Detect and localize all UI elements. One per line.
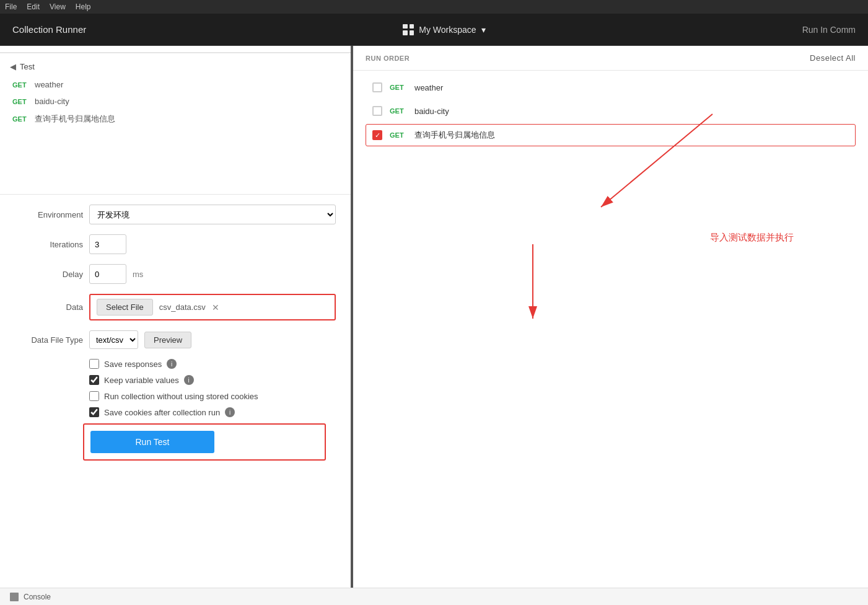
method-badge-2: GET — [12, 115, 30, 123]
config-area: Environment 开发环境 Iterations Delay ms Dat… — [0, 195, 351, 588]
environment-select[interactable]: 开发环境 — [89, 205, 336, 224]
console-icon — [10, 593, 19, 601]
run-order-item-2[interactable]: ✓ GET 查询手机号归属地信息 — [366, 124, 856, 146]
delay-row: Delay ms — [15, 264, 336, 284]
run-item-name-0: weather — [414, 83, 443, 92]
run-order-header: RUN ORDER Deselect All — [353, 46, 868, 71]
environment-label: Environment — [15, 210, 83, 219]
main-layout: ◀ Test GET weather GET baidu-city GET 查询… — [0, 46, 868, 588]
run-without-cookies-label: Run collection without using stored cook… — [104, 392, 258, 401]
collection-name: Test — [20, 62, 35, 71]
menubar: File Edit View Help — [0, 0, 868, 14]
deselect-all-button[interactable]: Deselect All — [810, 53, 856, 63]
run-item-name-2: 查询手机号归属地信息 — [414, 130, 495, 141]
run-item-checkbox-0[interactable] — [372, 82, 382, 92]
delay-input[interactable] — [89, 264, 126, 284]
menu-view[interactable]: View — [50, 2, 66, 11]
workspace-label: My Workspace — [419, 25, 476, 35]
clear-file-icon[interactable]: ✕ — [212, 302, 219, 312]
list-item[interactable]: GET baidu-city — [0, 93, 351, 110]
list-item[interactable]: GET weather — [0, 76, 351, 93]
delay-label: Delay — [15, 270, 83, 279]
item-name-1: baidu-city — [35, 97, 69, 106]
save-cookies-label: Save cookies after collection run — [104, 408, 220, 417]
run-in-comm[interactable]: Run In Comm — [802, 25, 856, 35]
collection-list: ◀ Test GET weather GET baidu-city GET 查询… — [0, 46, 351, 195]
workspace-chevron: ▾ — [481, 25, 486, 35]
keep-variable-row: Keep variable values i — [15, 375, 336, 385]
workspace-icon — [403, 24, 414, 35]
run-order-list: GET weather GET baidu-city ✓ GET 查询手机号归属… — [353, 71, 868, 155]
data-file-type-row: Data File Type text/csv Preview — [15, 330, 336, 349]
preview-button[interactable]: Preview — [144, 332, 191, 348]
data-row: Data Select File csv_data.csv ✕ — [15, 294, 336, 320]
annotation-text: 导入测试数据并执行 — [710, 232, 794, 244]
data-file-type-select[interactable]: text/csv — [89, 330, 138, 349]
keep-variable-checkbox[interactable] — [89, 375, 99, 385]
run-item-method-1: GET — [390, 107, 407, 115]
keep-variable-label: Keep variable values — [104, 376, 179, 385]
select-file-button[interactable]: Select File — [97, 299, 153, 316]
run-without-cookies-row: Run collection without using stored cook… — [15, 391, 336, 401]
menu-help[interactable]: Help — [76, 2, 91, 11]
data-file-wrapper: Select File csv_data.csv ✕ — [89, 294, 336, 320]
workspace-switcher[interactable]: My Workspace ▾ — [403, 24, 485, 35]
iterations-input[interactable] — [89, 234, 126, 254]
save-responses-label: Save responses — [104, 360, 162, 369]
save-responses-checkbox[interactable] — [89, 359, 99, 369]
collection-collapse-arrow: ◀ — [10, 62, 16, 71]
iterations-label: Iterations — [15, 240, 83, 249]
topbar: Collection Runner My Workspace ▾ Run In … — [0, 14, 868, 46]
iterations-row: Iterations — [15, 234, 336, 254]
method-badge-1: GET — [12, 98, 30, 105]
run-item-checkbox-1[interactable] — [372, 106, 382, 116]
ms-label: ms — [133, 270, 143, 279]
run-item-method-2: GET — [390, 131, 407, 139]
save-responses-row: Save responses i — [15, 359, 336, 369]
menu-edit[interactable]: Edit — [27, 2, 40, 11]
environment-row: Environment 开发环境 — [15, 205, 336, 224]
save-responses-info-icon[interactable]: i — [167, 359, 177, 369]
run-test-button[interactable]: Run Test — [90, 431, 214, 453]
run-btn-wrapper: Run Test — [83, 423, 326, 461]
save-cookies-info-icon[interactable]: i — [225, 407, 235, 417]
run-item-name-1: baidu-city — [414, 107, 449, 116]
save-cookies-checkbox[interactable] — [89, 407, 99, 417]
collection-header[interactable]: ◀ Test — [0, 57, 351, 76]
run-without-cookies-checkbox[interactable] — [89, 391, 99, 401]
console-bar: Console — [0, 588, 868, 605]
left-panel: ◀ Test GET weather GET baidu-city GET 查询… — [0, 46, 353, 588]
menu-file[interactable]: File — [5, 2, 17, 11]
run-item-checkbox-2[interactable]: ✓ — [372, 130, 382, 140]
run-order-title: RUN ORDER — [366, 55, 410, 62]
item-name-0: weather — [35, 80, 63, 89]
save-cookies-row: Save cookies after collection run i — [15, 407, 336, 417]
data-label: Data — [15, 302, 83, 312]
console-label[interactable]: Console — [24, 593, 51, 601]
run-order-item-0[interactable]: GET weather — [366, 77, 856, 98]
keep-variable-info-icon[interactable]: i — [184, 375, 194, 385]
item-name-2: 查询手机号归属地信息 — [35, 113, 115, 125]
data-file-type-label: Data File Type — [15, 335, 83, 345]
run-item-method-0: GET — [390, 84, 407, 91]
list-item[interactable]: GET 查询手机号归属地信息 — [0, 110, 351, 128]
selected-file-name: csv_data.csv — [159, 302, 206, 312]
app-title: Collection Runner — [12, 24, 86, 35]
run-order-item-1[interactable]: GET baidu-city — [366, 100, 856, 121]
method-badge-0: GET — [12, 81, 30, 89]
right-panel: RUN ORDER Deselect All GET weather GET b… — [353, 46, 868, 588]
